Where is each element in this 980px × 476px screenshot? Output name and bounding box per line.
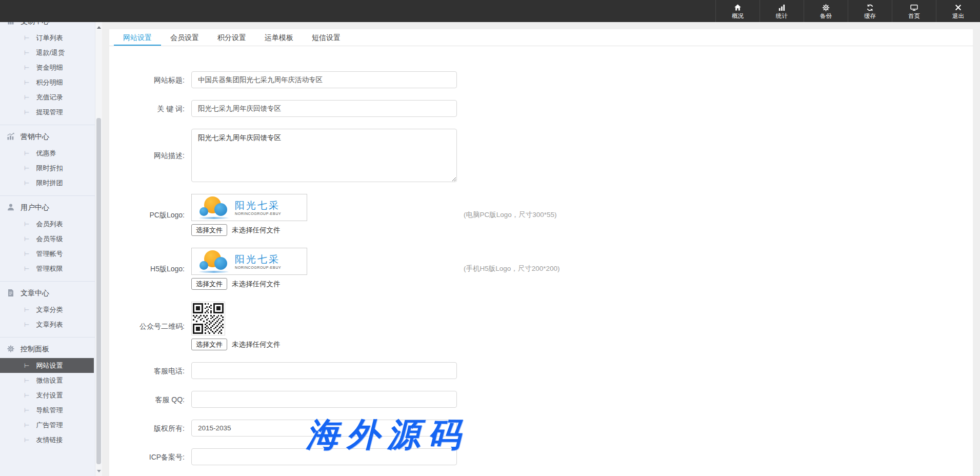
sidebar-item-label: 友情链接 bbox=[36, 435, 63, 445]
sidebar-item-friend-links[interactable]: ⊢友情链接 bbox=[0, 432, 95, 447]
sidebar-section-panel[interactable]: 控制面板 bbox=[0, 341, 95, 358]
sidebar-item-label: 优惠券 bbox=[36, 149, 56, 158]
h5-logo-file-button[interactable]: 选择文件 bbox=[191, 278, 227, 290]
logo-title: 阳光七采 bbox=[235, 200, 281, 211]
service-phone-input[interactable] bbox=[191, 362, 457, 379]
qrcode-file-button[interactable]: 选择文件 bbox=[191, 339, 227, 350]
branch-icon: ⊢ bbox=[24, 165, 29, 171]
toolbar-backup-label: 备份 bbox=[820, 13, 832, 19]
toolbar-stats[interactable]: 统计 bbox=[759, 0, 804, 22]
logo-title: 阳光七采 bbox=[235, 254, 281, 265]
sidebar-item-label: 会员等级 bbox=[36, 234, 63, 244]
tab-member-settings[interactable]: 会员设置 bbox=[161, 29, 208, 46]
icp-input[interactable] bbox=[191, 448, 457, 465]
qrcode-file-status: 未选择任何文件 bbox=[232, 340, 281, 349]
branch-icon: ⊢ bbox=[24, 180, 29, 186]
tab-site-settings[interactable]: 网站设置 bbox=[114, 29, 161, 46]
tab-waybill-template[interactable]: 运单模板 bbox=[255, 29, 303, 46]
sidebar-item-label: 微信设置 bbox=[36, 376, 63, 385]
scrollbar-thumb[interactable] bbox=[96, 118, 101, 464]
pc-logo-preview: 阳光七采 NORINCOGROUP-EBUY bbox=[191, 194, 307, 221]
sidebar-item-label: 提现管理 bbox=[36, 108, 63, 117]
overview-home-icon bbox=[733, 4, 742, 12]
settings-tabs: 网站设置 会员设置 积分设置 运单模板 短信设置 bbox=[109, 29, 973, 46]
sidebar-item-member-level[interactable]: ⊢会员等级 bbox=[0, 231, 95, 246]
sidebar-section-label: 营销中心 bbox=[21, 132, 49, 142]
service-qq-input[interactable] bbox=[191, 391, 457, 408]
description-label: 网站描述: bbox=[109, 151, 191, 160]
sidebar-section-article[interactable]: 文章中心 bbox=[0, 285, 95, 302]
description-textarea[interactable]: 阳光七采九周年庆回馈专区 bbox=[191, 129, 457, 182]
sidebar-item-article-category[interactable]: ⊢文章分类 bbox=[0, 302, 95, 317]
tab-points-settings[interactable]: 积分设置 bbox=[208, 29, 255, 46]
sidebar-item-points-detail[interactable]: ⊢积分明细 bbox=[0, 75, 95, 90]
toolbar-exit[interactable]: 退出 bbox=[936, 0, 980, 22]
sidebar-item-label: 导航管理 bbox=[36, 406, 63, 415]
toolbar-overview[interactable]: 概况 bbox=[715, 0, 759, 22]
sidebar-item-site-settings[interactable]: ⊢网站设置 bbox=[0, 358, 94, 373]
sidebar-section-label: 文章中心 bbox=[21, 289, 49, 298]
sidebar-item-label: 管理权限 bbox=[36, 264, 63, 273]
sidebar-item-payment-settings[interactable]: ⊢支付设置 bbox=[0, 388, 95, 403]
pc-logo-label: PC版Logo: bbox=[109, 210, 191, 220]
sidebar-item-refunds[interactable]: ⊢退款/退货 bbox=[0, 45, 95, 60]
branch-icon: ⊢ bbox=[24, 94, 29, 101]
toolbar-backup[interactable]: 备份 bbox=[804, 0, 848, 22]
site-settings-form: 网站标题: 关 键 词: 网站描述: 阳光七采九周年庆回馈专区 PC版Logo:… bbox=[109, 46, 973, 465]
sidebar-item-member-list[interactable]: ⊢会员列表 bbox=[0, 216, 95, 231]
branch-icon: ⊢ bbox=[24, 266, 29, 272]
sidebar-item-wechat-settings[interactable]: ⊢微信设置 bbox=[0, 373, 95, 388]
branch-icon: ⊢ bbox=[24, 35, 29, 41]
logo-subtitle: NORINCOGROUP-EBUY bbox=[235, 212, 281, 215]
sidebar-item-admin-permissions[interactable]: ⊢管理权限 bbox=[0, 261, 95, 276]
sidebar-item-label: 会员列表 bbox=[36, 220, 63, 229]
sidebar-item-admin-accounts[interactable]: ⊢管理帐号 bbox=[0, 246, 95, 261]
h5-logo-hint: (手机H5版Logo，尺寸200*200) bbox=[464, 264, 560, 273]
sidebar-item-order-list[interactable]: ⊢订单列表 bbox=[0, 30, 95, 45]
sidebar-item-label: 广告管理 bbox=[36, 421, 63, 430]
article-doc-icon bbox=[7, 289, 15, 299]
sidebar-section-marketing[interactable]: 营销中心 bbox=[0, 128, 95, 146]
sidebar-section-user[interactable]: 用户中心 bbox=[0, 199, 95, 216]
branch-icon: ⊢ bbox=[24, 378, 29, 384]
sidebar-item-funds-detail[interactable]: ⊢资金明细 bbox=[0, 60, 95, 75]
site-title-input[interactable] bbox=[191, 71, 457, 88]
copyright-input[interactable] bbox=[191, 420, 457, 437]
sidebar-item-withdrawal[interactable]: ⊢提现管理 bbox=[0, 105, 95, 120]
service-phone-label: 客服电话: bbox=[109, 366, 191, 375]
sidebar-item-recharge-records[interactable]: ⊢充值记录 bbox=[0, 90, 95, 105]
pc-logo-hint: (电脑PC版Logo，尺寸300*55) bbox=[464, 210, 557, 220]
branch-icon: ⊢ bbox=[24, 50, 29, 56]
pc-logo-file-button[interactable]: 选择文件 bbox=[191, 224, 227, 236]
branch-icon: ⊢ bbox=[24, 422, 29, 428]
site-title-label: 网站标题: bbox=[109, 75, 191, 85]
sidebar-item-flash-discount[interactable]: ⊢限时折扣 bbox=[0, 161, 95, 175]
toolbar-homepage[interactable]: 首页 bbox=[892, 0, 936, 22]
tab-sms-settings[interactable]: 短信设置 bbox=[303, 29, 350, 46]
logo-subtitle: NORINCOGROUP-EBUY bbox=[235, 266, 281, 269]
sidebar-scrollbar[interactable] bbox=[95, 22, 102, 476]
sidebar-item-group-buy[interactable]: ⊢限时拼团 bbox=[0, 175, 95, 190]
branch-icon: ⊢ bbox=[24, 322, 29, 328]
keywords-label: 关 键 词: bbox=[109, 104, 191, 113]
sidebar-item-article-list[interactable]: ⊢文章列表 bbox=[0, 317, 95, 332]
sidebar-item-coupons[interactable]: ⊢优惠券 bbox=[0, 146, 95, 161]
qrcode-label: 公众号二维码: bbox=[109, 322, 191, 331]
sunshine-logo-icon bbox=[199, 196, 229, 220]
sidebar-item-ad-management[interactable]: ⊢广告管理 bbox=[0, 418, 95, 432]
panel-gear-icon bbox=[7, 345, 15, 354]
backup-gear-icon bbox=[822, 4, 830, 12]
keywords-input[interactable] bbox=[191, 100, 457, 117]
toolbar-homepage-label: 首页 bbox=[908, 13, 920, 19]
sidebar-section-label: 用户中心 bbox=[21, 203, 49, 212]
sidebar-item-label: 文章列表 bbox=[36, 320, 63, 329]
sidebar-section-trade[interactable]: 交易中心 bbox=[0, 22, 95, 30]
sidebar-item-label: 订单列表 bbox=[36, 33, 63, 43]
scroll-down-icon[interactable] bbox=[95, 467, 102, 475]
stats-bars-icon bbox=[777, 4, 786, 12]
sidebar-item-nav-management[interactable]: ⊢导航管理 bbox=[0, 403, 95, 418]
toolbar-cache[interactable]: 缓存 bbox=[848, 0, 892, 22]
scroll-up-icon[interactable] bbox=[95, 23, 102, 31]
branch-icon: ⊢ bbox=[24, 109, 29, 115]
qr-code-icon bbox=[193, 303, 224, 334]
